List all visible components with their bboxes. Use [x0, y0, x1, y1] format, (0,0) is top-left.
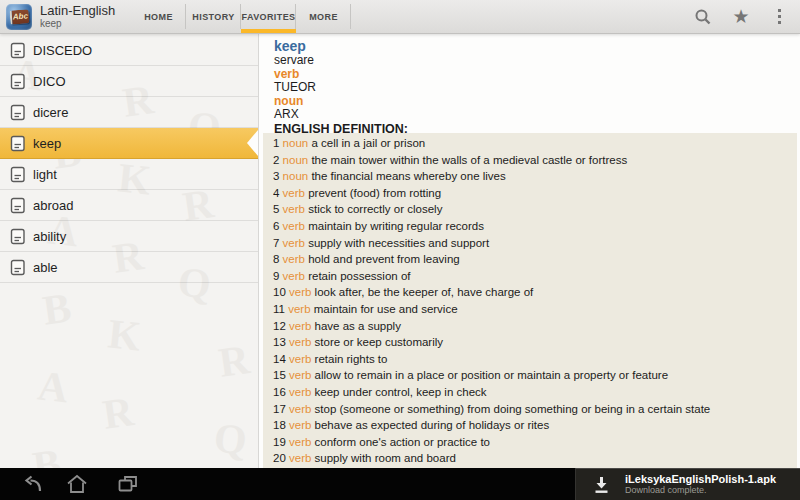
definition-row: 6 verb maintain by writing regular recor…	[273, 218, 791, 235]
word-label: DICO	[33, 74, 66, 89]
action-bar-buttons: ★	[678, 0, 800, 33]
app-subtitle: keep	[40, 18, 115, 29]
favorite-button[interactable]: ★	[728, 0, 754, 33]
definition-row: 15 verb allow to remain in a place or po…	[273, 367, 791, 384]
word-list-item-discedo[interactable]: DISCEDO	[0, 35, 258, 66]
definition-row: 3 noun the financial means whereby one l…	[273, 168, 791, 185]
document-icon	[10, 166, 26, 183]
download-icon	[594, 476, 609, 494]
home-button[interactable]	[62, 468, 92, 500]
action-bar-spacer	[351, 0, 678, 33]
back-button[interactable]	[18, 468, 48, 500]
star-icon: ★	[732, 7, 749, 26]
pos-label: verb	[274, 68, 800, 82]
definition-row: 1 noun a cell in a jail or prison	[273, 135, 791, 152]
app-title: Latin-English	[40, 4, 115, 18]
tab-bar: HOMEHISTORYFAVORITESMORE	[131, 0, 351, 33]
overflow-menu-button[interactable]	[766, 0, 792, 33]
notification-subtitle: Download complete.	[625, 485, 776, 496]
word-rows: DISCEDO DICO dicere	[0, 33, 258, 283]
search-button[interactable]	[690, 0, 716, 33]
document-icon	[10, 135, 26, 152]
book-icon: Abc	[9, 9, 29, 24]
word-label: ability	[33, 229, 66, 244]
word-list-item-keep[interactable]: keep	[0, 128, 258, 159]
tab-more[interactable]: MORE	[296, 0, 351, 33]
definition-row: 16 verb keep under control, keep in chec…	[273, 384, 791, 401]
document-icon	[10, 42, 26, 59]
document-icon	[10, 259, 26, 276]
definition-row: 9 verb retain possession of	[273, 268, 791, 285]
word-label: dicere	[33, 105, 68, 120]
selection-notch	[247, 130, 258, 156]
definition-row: 4 verb prevent (food) from rotting	[273, 185, 791, 202]
document-icon	[10, 197, 26, 214]
tab-favorites[interactable]: FAVORITES	[241, 0, 296, 33]
main-content: ARQBKRARQBKRARQB DISCEDO DICO	[0, 33, 800, 468]
app-home-affordance[interactable]: Abc Latin-English keep	[0, 0, 131, 33]
definition-row: 11 verb maintain for use and service	[273, 301, 791, 318]
word-list-item-dicere[interactable]: dicere	[0, 97, 258, 128]
app-titles: Latin-English keep	[40, 4, 115, 29]
latin-word: ARX	[274, 108, 800, 122]
action-bar: Abc Latin-English keep HOMEHISTORYFAVORI…	[0, 0, 800, 34]
word-list-item-able[interactable]: able	[0, 252, 258, 283]
word-label: keep	[33, 136, 61, 151]
system-bar: iLeksykaEnglishPolish-1.apk Download com…	[0, 468, 800, 500]
notification-text: iLeksykaEnglishPolish-1.apk Download com…	[625, 473, 776, 496]
home-icon	[65, 473, 89, 495]
tab-history[interactable]: HISTORY	[186, 0, 241, 33]
download-notification[interactable]: iLeksykaEnglishPolish-1.apk Download com…	[575, 468, 800, 500]
pos-label: noun	[274, 95, 800, 109]
definition-row: 18 verb behave as expected during of hol…	[273, 417, 791, 434]
definition-row: 13 verb store or keep customarily	[273, 334, 791, 351]
definition-row: 5 verb stick to correctly or closely	[273, 201, 791, 218]
translation: servare	[274, 54, 800, 68]
definition-row: 8 verb hold and prevent from leaving	[273, 251, 791, 268]
word-label: light	[33, 167, 57, 182]
definition-row: 12 verb have as a supply	[273, 318, 791, 335]
definition-row: 20 verb supply with room and board	[273, 450, 791, 467]
tab-home[interactable]: HOME	[131, 0, 186, 33]
recents-icon	[116, 473, 139, 495]
app-icon: Abc	[6, 4, 32, 30]
word-list-item-dico[interactable]: DICO	[0, 66, 258, 97]
definitions-panel: 1 noun a cell in a jail or prison2 noun …	[263, 133, 797, 468]
word-list-item-abroad[interactable]: abroad	[0, 190, 258, 221]
definition-row: 10 verb look after, be the keeper of, ha…	[273, 284, 791, 301]
definition-row: 17 verb stop (someone or something) from…	[273, 401, 791, 418]
word-list: ARQBKRARQBKRARQB DISCEDO DICO	[0, 33, 259, 468]
definition-row: 19 verb conform one's action or practice…	[273, 434, 791, 451]
word-label: DISCEDO	[33, 43, 92, 58]
definition-pane: keep servare verb TUEOR noun ARX ENGLISH…	[259, 33, 800, 468]
document-icon	[10, 228, 26, 245]
definition-row: 2 noun the main tower within the walls o…	[273, 152, 791, 169]
app-screen: Abc Latin-English keep HOMEHISTORYFAVORI…	[0, 0, 800, 500]
entry-header: keep servare verb TUEOR noun ARX ENGLISH…	[259, 33, 800, 133]
latin-word: TUEOR	[274, 81, 800, 95]
word-list-item-ability[interactable]: ability	[0, 221, 258, 252]
search-icon	[694, 8, 712, 26]
overflow-dots-icon	[778, 8, 781, 26]
word-label: able	[33, 260, 58, 275]
document-icon	[10, 73, 26, 90]
back-icon	[22, 473, 44, 495]
document-icon	[10, 104, 26, 121]
notification-title: iLeksykaEnglishPolish-1.apk	[625, 473, 776, 485]
word-label: abroad	[33, 198, 73, 213]
definition-row: 14 verb retain rights to	[273, 351, 791, 368]
definition-row: 7 verb supply with necessities and suppo…	[273, 235, 791, 252]
word-list-item-light[interactable]: light	[0, 159, 258, 190]
headword: keep	[274, 38, 800, 54]
recents-button[interactable]	[112, 468, 142, 500]
